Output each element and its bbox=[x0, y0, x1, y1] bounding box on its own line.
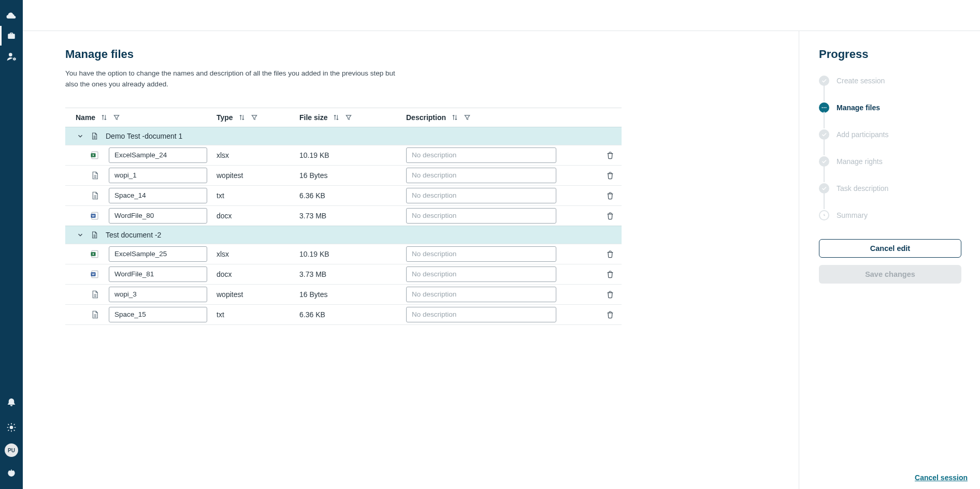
filter-icon[interactable] bbox=[345, 114, 352, 121]
avatar[interactable]: PU bbox=[5, 443, 18, 457]
excel-file-icon: X bbox=[90, 150, 99, 160]
file-name-input[interactable] bbox=[109, 307, 207, 322]
svg-point-2 bbox=[10, 426, 13, 429]
sort-icon[interactable] bbox=[238, 114, 246, 121]
progress-step[interactable]: Manage rights bbox=[819, 153, 961, 180]
header-name: Name bbox=[76, 113, 95, 122]
delete-file-button[interactable] bbox=[599, 171, 622, 180]
file-description-input[interactable] bbox=[406, 208, 556, 224]
delete-file-button[interactable] bbox=[599, 290, 622, 299]
topbar bbox=[23, 0, 980, 31]
sidebar-item-user-settings[interactable] bbox=[0, 47, 23, 66]
sort-icon[interactable] bbox=[100, 114, 108, 121]
word-file-icon: W bbox=[90, 269, 99, 279]
file-name-input[interactable] bbox=[109, 147, 207, 163]
page-description: You have the option to change the names … bbox=[65, 68, 407, 90]
progress-step[interactable]: Add participants bbox=[819, 126, 961, 153]
group-name: Test document -2 bbox=[103, 231, 161, 239]
file-row: Xxlsx10.19 KB bbox=[65, 244, 622, 264]
progress-step[interactable]: Task description bbox=[819, 180, 961, 207]
file-size: 3.73 MB bbox=[299, 212, 406, 220]
file-type: docx bbox=[217, 270, 299, 278]
file-size: 10.19 KB bbox=[299, 250, 406, 258]
file-type: txt bbox=[217, 191, 299, 200]
delete-file-button[interactable] bbox=[599, 191, 622, 200]
file-size: 6.36 KB bbox=[299, 310, 406, 319]
cloud-icon bbox=[6, 11, 17, 19]
page-title: Manage files bbox=[65, 48, 622, 61]
header-description: Description bbox=[406, 113, 446, 122]
file-description-input[interactable] bbox=[406, 266, 556, 282]
delete-file-button[interactable] bbox=[599, 310, 622, 319]
progress-step[interactable]: Summary bbox=[819, 207, 961, 234]
file-type: wopitest bbox=[217, 290, 299, 299]
file-type: wopitest bbox=[217, 171, 299, 180]
sidebar-item-sessions[interactable] bbox=[0, 26, 23, 46]
delete-file-button[interactable] bbox=[599, 270, 622, 279]
progress-step[interactable]: Create session bbox=[819, 72, 961, 99]
file-row: Wdocx3.73 MB bbox=[65, 264, 622, 284]
file-type: txt bbox=[217, 310, 299, 319]
svg-text:W: W bbox=[92, 273, 95, 276]
svg-text:X: X bbox=[92, 253, 94, 256]
delete-file-button[interactable] bbox=[599, 151, 622, 160]
step-label: Manage rights bbox=[837, 157, 883, 166]
filter-icon[interactable] bbox=[251, 114, 258, 121]
chevron-down-icon bbox=[77, 132, 84, 140]
file-type: docx bbox=[217, 212, 299, 220]
trash-icon bbox=[606, 151, 614, 160]
step-label: Create session bbox=[837, 77, 885, 85]
file-description-input[interactable] bbox=[406, 147, 556, 163]
save-changes-button[interactable]: Save changes bbox=[819, 265, 961, 284]
sidebar-logo[interactable] bbox=[0, 5, 23, 25]
delete-file-button[interactable] bbox=[599, 211, 622, 220]
files-table: Name Type bbox=[65, 108, 622, 325]
file-name-input[interactable] bbox=[109, 246, 207, 262]
sidebar-item-settings[interactable] bbox=[0, 418, 23, 437]
file-description-input[interactable] bbox=[406, 168, 556, 183]
file-description-input[interactable] bbox=[406, 307, 556, 322]
file-size: 3.73 MB bbox=[299, 270, 406, 278]
file-description-input[interactable] bbox=[406, 287, 556, 302]
cancel-session-link[interactable]: Cancel session bbox=[915, 473, 968, 482]
file-name-input[interactable] bbox=[109, 208, 207, 224]
user-gear-icon bbox=[6, 51, 17, 62]
file-type: xlsx bbox=[217, 151, 299, 159]
group-row[interactable]: Test document -2 bbox=[65, 226, 622, 244]
file-name-input[interactable] bbox=[109, 188, 207, 203]
step-pending-icon bbox=[819, 210, 829, 220]
progress-title: Progress bbox=[819, 48, 961, 61]
delete-file-button[interactable] bbox=[599, 249, 622, 259]
sort-icon[interactable] bbox=[451, 114, 458, 121]
file-name-input[interactable] bbox=[109, 266, 207, 282]
filter-icon[interactable] bbox=[464, 114, 471, 121]
header-type: Type bbox=[217, 113, 233, 122]
group-row[interactable]: Demo Test -document 1 bbox=[65, 127, 622, 145]
trash-icon bbox=[606, 249, 614, 259]
trash-icon bbox=[606, 191, 614, 200]
table-header-row: Name Type bbox=[65, 108, 622, 127]
document-icon bbox=[90, 131, 98, 141]
file-description-input[interactable] bbox=[406, 188, 556, 203]
svg-point-0 bbox=[9, 53, 12, 56]
filter-icon[interactable] bbox=[113, 114, 120, 121]
sidebar-item-notifications[interactable] bbox=[0, 392, 23, 411]
sort-icon[interactable] bbox=[333, 114, 340, 121]
cancel-edit-button[interactable]: Cancel edit bbox=[819, 239, 961, 258]
file-size: 6.36 KB bbox=[299, 191, 406, 200]
file-row: txt6.36 KB bbox=[65, 304, 622, 324]
progress-step[interactable]: Manage files bbox=[819, 99, 961, 126]
step-label: Manage files bbox=[837, 103, 880, 112]
briefcase-icon bbox=[6, 31, 17, 40]
file-row: wopitest16 Bytes bbox=[65, 165, 622, 185]
file-description-input[interactable] bbox=[406, 246, 556, 262]
file-size: 10.19 KB bbox=[299, 151, 406, 159]
step-done-icon bbox=[819, 156, 829, 167]
file-name-input[interactable] bbox=[109, 287, 207, 302]
file-type: xlsx bbox=[217, 250, 299, 258]
sidebar-item-power[interactable] bbox=[0, 463, 23, 483]
file-name-input[interactable] bbox=[109, 168, 207, 183]
step-label: Summary bbox=[837, 211, 868, 219]
svg-point-17 bbox=[826, 107, 827, 108]
group-name: Demo Test -document 1 bbox=[103, 132, 182, 140]
